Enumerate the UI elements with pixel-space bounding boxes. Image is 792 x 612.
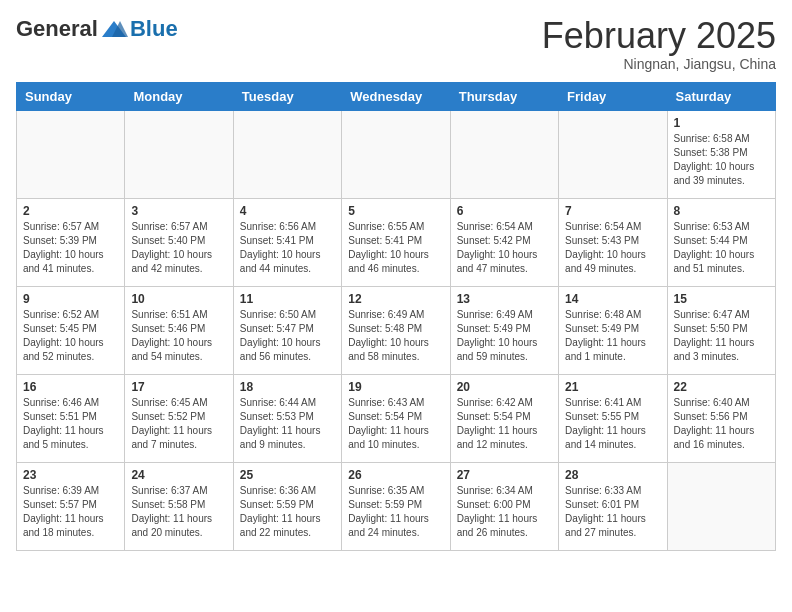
day-info: Sunrise: 6:49 AM Sunset: 5:48 PM Dayligh… <box>348 308 443 364</box>
calendar-cell <box>17 110 125 198</box>
calendar-cell: 7Sunrise: 6:54 AM Sunset: 5:43 PM Daylig… <box>559 198 667 286</box>
day-number: 11 <box>240 292 335 306</box>
day-number: 25 <box>240 468 335 482</box>
location-subtitle: Ningnan, Jiangsu, China <box>542 56 776 72</box>
day-info: Sunrise: 6:33 AM Sunset: 6:01 PM Dayligh… <box>565 484 660 540</box>
calendar-cell: 1Sunrise: 6:58 AM Sunset: 5:38 PM Daylig… <box>667 110 775 198</box>
day-info: Sunrise: 6:54 AM Sunset: 5:43 PM Dayligh… <box>565 220 660 276</box>
calendar-cell <box>450 110 558 198</box>
day-info: Sunrise: 6:41 AM Sunset: 5:55 PM Dayligh… <box>565 396 660 452</box>
calendar-table: SundayMondayTuesdayWednesdayThursdayFrid… <box>16 82 776 551</box>
day-number: 15 <box>674 292 769 306</box>
weekday-header-tuesday: Tuesday <box>233 82 341 110</box>
week-row-5: 23Sunrise: 6:39 AM Sunset: 5:57 PM Dayli… <box>17 462 776 550</box>
page-header: General Blue February 2025 Ningnan, Jian… <box>16 16 776 72</box>
calendar-cell <box>233 110 341 198</box>
day-info: Sunrise: 6:54 AM Sunset: 5:42 PM Dayligh… <box>457 220 552 276</box>
day-number: 21 <box>565 380 660 394</box>
day-info: Sunrise: 6:55 AM Sunset: 5:41 PM Dayligh… <box>348 220 443 276</box>
day-info: Sunrise: 6:37 AM Sunset: 5:58 PM Dayligh… <box>131 484 226 540</box>
weekday-header-wednesday: Wednesday <box>342 82 450 110</box>
calendar-cell: 15Sunrise: 6:47 AM Sunset: 5:50 PM Dayli… <box>667 286 775 374</box>
logo-general-text: General <box>16 16 98 42</box>
day-info: Sunrise: 6:48 AM Sunset: 5:49 PM Dayligh… <box>565 308 660 364</box>
day-info: Sunrise: 6:50 AM Sunset: 5:47 PM Dayligh… <box>240 308 335 364</box>
day-number: 5 <box>348 204 443 218</box>
weekday-header-row: SundayMondayTuesdayWednesdayThursdayFrid… <box>17 82 776 110</box>
week-row-3: 9Sunrise: 6:52 AM Sunset: 5:45 PM Daylig… <box>17 286 776 374</box>
day-number: 16 <box>23 380 118 394</box>
calendar-cell: 8Sunrise: 6:53 AM Sunset: 5:44 PM Daylig… <box>667 198 775 286</box>
calendar-cell: 27Sunrise: 6:34 AM Sunset: 6:00 PM Dayli… <box>450 462 558 550</box>
weekday-header-sunday: Sunday <box>17 82 125 110</box>
calendar-cell: 5Sunrise: 6:55 AM Sunset: 5:41 PM Daylig… <box>342 198 450 286</box>
calendar-cell <box>559 110 667 198</box>
calendar-cell: 12Sunrise: 6:49 AM Sunset: 5:48 PM Dayli… <box>342 286 450 374</box>
calendar-cell: 17Sunrise: 6:45 AM Sunset: 5:52 PM Dayli… <box>125 374 233 462</box>
day-number: 3 <box>131 204 226 218</box>
day-number: 17 <box>131 380 226 394</box>
day-number: 2 <box>23 204 118 218</box>
calendar-cell <box>667 462 775 550</box>
calendar-cell: 3Sunrise: 6:57 AM Sunset: 5:40 PM Daylig… <box>125 198 233 286</box>
day-number: 27 <box>457 468 552 482</box>
day-number: 9 <box>23 292 118 306</box>
day-number: 20 <box>457 380 552 394</box>
day-info: Sunrise: 6:45 AM Sunset: 5:52 PM Dayligh… <box>131 396 226 452</box>
calendar-cell <box>342 110 450 198</box>
week-row-1: 1Sunrise: 6:58 AM Sunset: 5:38 PM Daylig… <box>17 110 776 198</box>
calendar-cell: 13Sunrise: 6:49 AM Sunset: 5:49 PM Dayli… <box>450 286 558 374</box>
day-info: Sunrise: 6:58 AM Sunset: 5:38 PM Dayligh… <box>674 132 769 188</box>
calendar-cell: 10Sunrise: 6:51 AM Sunset: 5:46 PM Dayli… <box>125 286 233 374</box>
weekday-header-monday: Monday <box>125 82 233 110</box>
calendar-cell: 4Sunrise: 6:56 AM Sunset: 5:41 PM Daylig… <box>233 198 341 286</box>
calendar-cell <box>125 110 233 198</box>
day-info: Sunrise: 6:44 AM Sunset: 5:53 PM Dayligh… <box>240 396 335 452</box>
calendar-cell: 23Sunrise: 6:39 AM Sunset: 5:57 PM Dayli… <box>17 462 125 550</box>
day-number: 14 <box>565 292 660 306</box>
day-number: 1 <box>674 116 769 130</box>
calendar-cell: 21Sunrise: 6:41 AM Sunset: 5:55 PM Dayli… <box>559 374 667 462</box>
weekday-header-thursday: Thursday <box>450 82 558 110</box>
day-info: Sunrise: 6:40 AM Sunset: 5:56 PM Dayligh… <box>674 396 769 452</box>
day-number: 28 <box>565 468 660 482</box>
logo: General Blue <box>16 16 178 42</box>
calendar-cell: 18Sunrise: 6:44 AM Sunset: 5:53 PM Dayli… <box>233 374 341 462</box>
day-info: Sunrise: 6:35 AM Sunset: 5:59 PM Dayligh… <box>348 484 443 540</box>
week-row-2: 2Sunrise: 6:57 AM Sunset: 5:39 PM Daylig… <box>17 198 776 286</box>
week-row-4: 16Sunrise: 6:46 AM Sunset: 5:51 PM Dayli… <box>17 374 776 462</box>
calendar-cell: 25Sunrise: 6:36 AM Sunset: 5:59 PM Dayli… <box>233 462 341 550</box>
calendar-cell: 22Sunrise: 6:40 AM Sunset: 5:56 PM Dayli… <box>667 374 775 462</box>
calendar-cell: 9Sunrise: 6:52 AM Sunset: 5:45 PM Daylig… <box>17 286 125 374</box>
day-info: Sunrise: 6:57 AM Sunset: 5:39 PM Dayligh… <box>23 220 118 276</box>
day-info: Sunrise: 6:57 AM Sunset: 5:40 PM Dayligh… <box>131 220 226 276</box>
day-info: Sunrise: 6:34 AM Sunset: 6:00 PM Dayligh… <box>457 484 552 540</box>
day-number: 23 <box>23 468 118 482</box>
day-number: 19 <box>348 380 443 394</box>
calendar-cell: 19Sunrise: 6:43 AM Sunset: 5:54 PM Dayli… <box>342 374 450 462</box>
day-info: Sunrise: 6:56 AM Sunset: 5:41 PM Dayligh… <box>240 220 335 276</box>
logo-icon <box>100 19 128 39</box>
title-area: February 2025 Ningnan, Jiangsu, China <box>542 16 776 72</box>
day-info: Sunrise: 6:47 AM Sunset: 5:50 PM Dayligh… <box>674 308 769 364</box>
day-info: Sunrise: 6:49 AM Sunset: 5:49 PM Dayligh… <box>457 308 552 364</box>
day-info: Sunrise: 6:36 AM Sunset: 5:59 PM Dayligh… <box>240 484 335 540</box>
day-number: 4 <box>240 204 335 218</box>
calendar-cell: 28Sunrise: 6:33 AM Sunset: 6:01 PM Dayli… <box>559 462 667 550</box>
day-number: 10 <box>131 292 226 306</box>
day-number: 18 <box>240 380 335 394</box>
calendar-cell: 11Sunrise: 6:50 AM Sunset: 5:47 PM Dayli… <box>233 286 341 374</box>
day-number: 22 <box>674 380 769 394</box>
month-title: February 2025 <box>542 16 776 56</box>
calendar-cell: 16Sunrise: 6:46 AM Sunset: 5:51 PM Dayli… <box>17 374 125 462</box>
day-number: 24 <box>131 468 226 482</box>
calendar-cell: 2Sunrise: 6:57 AM Sunset: 5:39 PM Daylig… <box>17 198 125 286</box>
day-number: 13 <box>457 292 552 306</box>
day-number: 6 <box>457 204 552 218</box>
calendar-cell: 14Sunrise: 6:48 AM Sunset: 5:49 PM Dayli… <box>559 286 667 374</box>
weekday-header-saturday: Saturday <box>667 82 775 110</box>
calendar-cell: 20Sunrise: 6:42 AM Sunset: 5:54 PM Dayli… <box>450 374 558 462</box>
calendar-cell: 24Sunrise: 6:37 AM Sunset: 5:58 PM Dayli… <box>125 462 233 550</box>
day-info: Sunrise: 6:52 AM Sunset: 5:45 PM Dayligh… <box>23 308 118 364</box>
day-number: 8 <box>674 204 769 218</box>
